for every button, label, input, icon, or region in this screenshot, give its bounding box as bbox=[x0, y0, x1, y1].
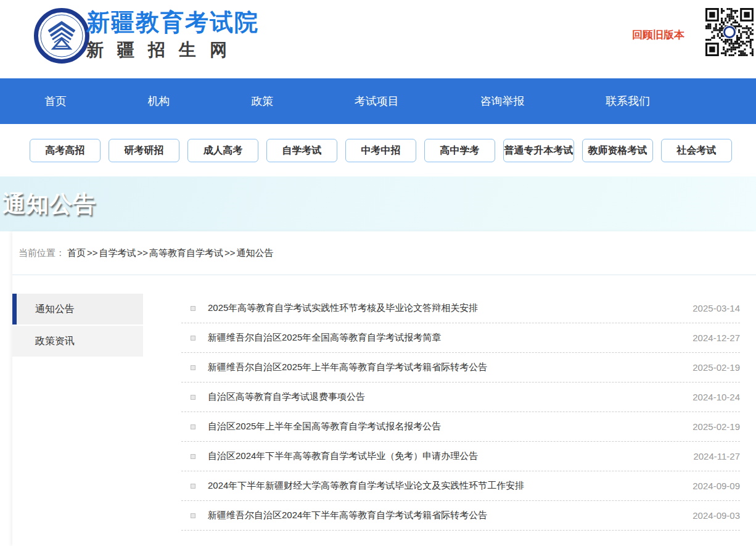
nav-item[interactable]: 咨询举报 bbox=[480, 94, 524, 109]
nav-item[interactable]: 首页 bbox=[44, 94, 67, 109]
exam-category-button[interactable]: 自学考试 bbox=[266, 139, 337, 162]
banner: 通知公告 bbox=[0, 176, 756, 231]
square-bullet-icon bbox=[191, 395, 195, 400]
institute-emblem-icon[interactable] bbox=[34, 8, 89, 64]
square-bullet-icon bbox=[191, 365, 195, 370]
sidebar-item-label: 政策资讯 bbox=[35, 336, 75, 346]
nav-item[interactable]: 政策 bbox=[251, 94, 273, 109]
notice-row[interactable]: 2025年高等教育自学考试实践性环节考核及毕业论文答辩相关安排 2025-03-… bbox=[181, 294, 740, 323]
square-bullet-icon bbox=[191, 454, 195, 459]
breadcrumb-link[interactable]: 自学考试 bbox=[99, 247, 136, 259]
sidebar-item[interactable]: 政策资讯 bbox=[12, 326, 143, 357]
notice-date: 2024-09-09 bbox=[692, 481, 740, 491]
breadcrumb-link[interactable]: 通知公告 bbox=[237, 247, 274, 259]
notice-title-link[interactable]: 2024年下半年新疆财经大学高等教育自学考试毕业论文及实践性环节工作安排 bbox=[208, 480, 680, 492]
title-block: 新疆教育考试院 新疆招生网 bbox=[86, 10, 259, 62]
breadcrumb-separator: >> bbox=[138, 247, 149, 259]
notice-date: 2024-12-27 bbox=[692, 333, 740, 343]
notice-date: 2025-02-19 bbox=[692, 421, 740, 432]
breadcrumb-items: 首页>>自学考试>>高等教育自学考试>>通知公告 bbox=[67, 247, 276, 259]
exam-category-button[interactable]: 教师资格考试 bbox=[582, 139, 653, 162]
notice-row[interactable]: 新疆维吾尔自治区2024年下半年高等教育自学考试考籍省际转考公告 2024-09… bbox=[181, 501, 740, 531]
notice-title-link[interactable]: 新疆维吾尔自治区2025年上半年高等教育自学考试考籍省际转考公告 bbox=[208, 362, 680, 373]
notice-row[interactable]: 新疆维吾尔自治区2025年全国高等教育自学考试报考简章 2024-12-27 bbox=[181, 323, 740, 353]
exam-category-button[interactable]: 高考高招 bbox=[30, 139, 101, 162]
exam-category-button[interactable]: 中考中招 bbox=[345, 139, 416, 162]
qr-code bbox=[705, 8, 754, 56]
notice-row[interactable]: 自治区2024年下半年高等教育自学考试毕业（免考）申请办理公告 2024-11-… bbox=[181, 442, 740, 471]
site-title: 新疆教育考试院 bbox=[86, 10, 259, 36]
site-subtitle: 新疆招生网 bbox=[86, 38, 259, 62]
breadcrumb-link[interactable]: 高等教育自学考试 bbox=[149, 247, 223, 259]
nav-item[interactable]: 联系我们 bbox=[606, 94, 650, 109]
notice-row[interactable]: 自治区高等教育自学考试退费事项公告 2024-10-24 bbox=[181, 383, 740, 412]
breadcrumb: 当前位置： 首页>>自学考试>>高等教育自学考试>>通知公告 bbox=[12, 231, 756, 275]
notice-title-link[interactable]: 自治区高等教育自学考试退费事项公告 bbox=[208, 391, 680, 403]
square-bullet-icon bbox=[191, 484, 195, 489]
content-area: 当前位置： 首页>>自学考试>>高等教育自学考试>>通知公告 通知公告政策资讯 … bbox=[12, 231, 756, 546]
notice-title-link[interactable]: 自治区2024年下半年高等教育自学考试毕业（免考）申请办理公告 bbox=[208, 450, 681, 462]
notice-date: 2024-09-03 bbox=[692, 510, 740, 521]
notice-date: 2024-10-24 bbox=[692, 392, 740, 402]
notice-title-link[interactable]: 新疆维吾尔自治区2025年全国高等教育自学考试报考简章 bbox=[208, 332, 680, 344]
page: 新疆教育考试院 新疆招生网 回顾旧版本 首页机构政策考试项目咨询举报联系我们 高… bbox=[0, 0, 756, 546]
breadcrumb-separator: >> bbox=[224, 247, 236, 259]
exam-category-button[interactable]: 普通专升本考试 bbox=[503, 139, 574, 162]
notice-date: 2025-03-14 bbox=[692, 303, 740, 313]
main-nav-items: 首页机构政策考试项目咨询举报联系我们 bbox=[0, 94, 756, 109]
nav-item[interactable]: 机构 bbox=[148, 94, 170, 109]
notice-row[interactable]: 2024年下半年新疆财经大学高等教育自学考试毕业论文及实践性环节工作安排 202… bbox=[181, 471, 740, 501]
nav-item[interactable]: 考试项目 bbox=[355, 94, 399, 109]
sidebar: 通知公告政策资讯 bbox=[12, 294, 143, 531]
sidebar-item[interactable]: 通知公告 bbox=[12, 294, 143, 325]
breadcrumb-label: 当前位置： bbox=[18, 247, 65, 259]
site-header: 新疆教育考试院 新疆招生网 回顾旧版本 bbox=[0, 0, 756, 78]
main-nav: 首页机构政策考试项目咨询举报联系我们 bbox=[0, 78, 756, 124]
breadcrumb-item: 高等教育自学考试>> bbox=[149, 247, 237, 259]
square-bullet-icon bbox=[191, 336, 195, 341]
exam-nav-items: 高考高招研考研招成人高考自学考试中考中招高中学考普通专升本考试教师资格考试社会考… bbox=[30, 139, 756, 162]
notice-title-link[interactable]: 2025年高等教育自学考试实践性环节考核及毕业论文答辩相关安排 bbox=[208, 302, 680, 314]
notice-list: 2025年高等教育自学考试实践性环节考核及毕业论文答辩相关安排 2025-03-… bbox=[181, 294, 756, 531]
exam-category-button[interactable]: 研考研招 bbox=[109, 139, 179, 162]
exam-nav: 高考高招研考研招成人高考自学考试中考中招高中学考普通专升本考试教师资格考试社会考… bbox=[0, 124, 756, 176]
notice-row[interactable]: 自治区2025年上半年全国高等教育自学考试报名报考公告 2025-02-19 bbox=[181, 412, 740, 442]
square-bullet-icon bbox=[191, 306, 195, 311]
page-title: 通知公告 bbox=[0, 176, 756, 231]
breadcrumb-item: 自学考试>> bbox=[99, 247, 150, 259]
notice-title-link[interactable]: 自治区2025年上半年全国高等教育自学考试报名报考公告 bbox=[208, 421, 680, 432]
notice-date: 2025-02-19 bbox=[692, 362, 740, 373]
qr-center-emblem-icon bbox=[723, 25, 736, 39]
main: 通知公告政策资讯 2025年高等教育自学考试实践性环节考核及毕业论文答辩相关安排… bbox=[12, 275, 756, 531]
old-version-link[interactable]: 回顾旧版本 bbox=[632, 28, 684, 42]
notice-date: 2024-11-27 bbox=[693, 451, 740, 461]
breadcrumb-item: 通知公告 bbox=[237, 247, 276, 259]
breadcrumb-separator: >> bbox=[87, 247, 98, 259]
breadcrumb-link[interactable]: 首页 bbox=[67, 247, 86, 259]
notice-row[interactable]: 新疆维吾尔自治区2025年上半年高等教育自学考试考籍省际转考公告 2025-02… bbox=[181, 353, 740, 383]
square-bullet-icon bbox=[191, 424, 195, 429]
notice-title-link[interactable]: 新疆维吾尔自治区2024年下半年高等教育自学考试考籍省际转考公告 bbox=[208, 510, 680, 521]
exam-category-button[interactable]: 成人高考 bbox=[187, 139, 258, 162]
square-bullet-icon bbox=[191, 513, 195, 518]
exam-category-button[interactable]: 高中学考 bbox=[424, 139, 495, 162]
breadcrumb-item: 首页>> bbox=[67, 247, 99, 259]
exam-category-button[interactable]: 社会考试 bbox=[661, 139, 732, 162]
sidebar-item-label: 通知公告 bbox=[35, 304, 75, 314]
